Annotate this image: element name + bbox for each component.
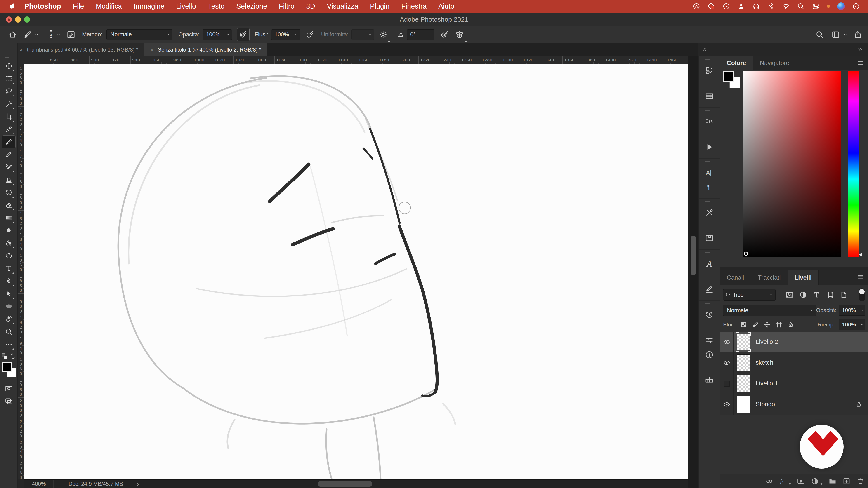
smoothing-input[interactable] xyxy=(351,29,374,40)
tool-gradient[interactable] xyxy=(2,212,16,224)
dock-drag-handle[interactable] xyxy=(705,369,714,369)
lock-position-icon[interactable] xyxy=(764,321,771,328)
layer-blend-mode-select[interactable]: Normale xyxy=(723,304,816,316)
share-icon[interactable] xyxy=(854,30,862,39)
horizontal-ruler[interactable]: 860 880 900 920 940 960 980 1000 1020 10… xyxy=(24,57,688,64)
dock-drag-handle[interactable] xyxy=(705,227,714,227)
workspace-switcher-icon[interactable] xyxy=(831,30,840,39)
delete-layer-button[interactable] xyxy=(857,477,865,485)
panel-icon-glyphs[interactable]: A xyxy=(703,256,716,271)
new-layer-button[interactable] xyxy=(842,477,850,485)
kind-shape-filter-icon[interactable] xyxy=(826,291,834,299)
new-group-button[interactable] xyxy=(829,477,837,485)
layer-row-sketch[interactable]: sketch xyxy=(720,352,868,373)
tool-eraser[interactable] xyxy=(2,199,16,212)
panel-icon-swatches[interactable] xyxy=(703,89,716,103)
dock-drag-handle[interactable] xyxy=(705,201,714,202)
dock-drag-handle[interactable] xyxy=(705,161,714,162)
layer-row-sfondo[interactable]: Sfondo xyxy=(720,394,868,415)
tool-blur[interactable] xyxy=(2,224,16,237)
tool-move[interactable] xyxy=(2,60,16,72)
tab-colore[interactable]: Colore xyxy=(720,57,753,70)
layer-visibility-eye-icon[interactable] xyxy=(723,359,730,366)
panel-icon-paragraph[interactable]: ¶ xyxy=(703,180,716,194)
zoom-level-field[interactable]: 400% xyxy=(24,481,53,487)
layer-effects-button[interactable]: fx xyxy=(779,477,787,485)
airbrush-button[interactable] xyxy=(305,30,314,39)
chevron-down-icon[interactable] xyxy=(34,32,39,37)
document-tab-active[interactable]: × Senza titolo-1 @ 400% (Livello 2, RGB/… xyxy=(145,43,268,57)
dock-drag-handle[interactable] xyxy=(705,136,714,136)
tool-crop[interactable] xyxy=(2,110,16,123)
layer-row-livello-1[interactable]: Livello 1 xyxy=(720,373,868,394)
panel-icon-info[interactable] xyxy=(703,348,716,362)
menu-finestra[interactable]: Finestra xyxy=(395,2,432,10)
lock-all-icon[interactable] xyxy=(787,321,794,328)
color-field-indicator[interactable] xyxy=(744,252,748,256)
tab-navigatore[interactable]: Navigatore xyxy=(753,57,797,70)
menu-filtro[interactable]: Filtro xyxy=(273,2,301,10)
apple-menu-icon[interactable] xyxy=(8,2,16,11)
document-tab[interactable]: × thumbnails.psd @ 66,7% (Livello 13, RG… xyxy=(13,43,145,57)
play-circle-icon[interactable] xyxy=(722,2,730,10)
menu-aiuto[interactable]: Aiuto xyxy=(432,2,460,10)
lock-artboard-icon[interactable] xyxy=(776,321,782,328)
panel-icon-timeline[interactable] xyxy=(703,373,716,387)
tab-livelli[interactable]: Livelli xyxy=(788,270,819,285)
layer-name[interactable]: Sfondo xyxy=(756,401,775,408)
layer-row-livello-2[interactable]: Livello 2 xyxy=(720,332,868,352)
tool-pen[interactable] xyxy=(2,275,16,287)
link-layers-button[interactable] xyxy=(765,477,773,485)
toggle-brush-settings-icon[interactable] xyxy=(66,30,75,39)
blend-mode-select[interactable]: Normale xyxy=(106,29,173,40)
menu-plugin[interactable]: Plugin xyxy=(364,2,395,10)
tool-lasso[interactable] xyxy=(2,85,16,98)
wifi-icon[interactable] xyxy=(782,2,790,10)
panel-icon-brushes[interactable] xyxy=(703,282,716,296)
saturation-brightness-field[interactable] xyxy=(743,71,841,257)
layer-visibility-eye-icon[interactable] xyxy=(723,338,730,346)
layer-visibility-eye-icon[interactable] xyxy=(723,401,730,408)
dock-drag-handle[interactable] xyxy=(705,329,714,329)
chevron-down-icon[interactable] xyxy=(56,32,61,37)
foreground-color-swatch[interactable] xyxy=(2,362,11,372)
opacity-input[interactable]: 100% xyxy=(203,29,232,40)
menu-modifica[interactable]: Modifica xyxy=(90,2,128,10)
new-adjustment-layer-button[interactable] xyxy=(811,477,819,485)
brush-tool-preset-icon[interactable] xyxy=(23,30,32,39)
tool-rectangular-marquee[interactable] xyxy=(2,72,16,85)
panel-icon-properties[interactable] xyxy=(703,333,716,348)
panel-icon-libraries[interactable] xyxy=(703,231,716,246)
panel-drag-handle[interactable] xyxy=(5,57,12,58)
menu-livello[interactable]: Livello xyxy=(170,2,202,10)
layer-name[interactable]: sketch xyxy=(756,359,773,366)
screen-mode-button[interactable] xyxy=(2,395,16,408)
vertical-ruler[interactable]: 1680 1700 1720 1740 1760 1780 1800 1820 … xyxy=(18,64,24,480)
search-icon[interactable] xyxy=(815,31,824,39)
tool-type[interactable] xyxy=(2,262,16,275)
panel-icon-history[interactable] xyxy=(703,307,716,322)
panel-menu-icon[interactable] xyxy=(857,60,864,66)
dock-drag-handle[interactable] xyxy=(705,278,714,278)
dock-drag-handle[interactable] xyxy=(705,110,714,111)
orange-dot-icon[interactable] xyxy=(827,5,830,8)
brush-size-preview[interactable]: 8 xyxy=(46,30,56,39)
tool-history-brush[interactable] xyxy=(2,186,16,199)
tool-clone-stamp[interactable] xyxy=(2,173,16,186)
tool-rotate-view[interactable] xyxy=(2,313,16,325)
document-canvas[interactable] xyxy=(24,64,688,480)
kind-image-filter-icon[interactable] xyxy=(785,291,794,299)
tool-zoom[interactable] xyxy=(2,325,16,338)
menu-testo[interactable]: Testo xyxy=(202,2,230,10)
dock-drag-handle[interactable] xyxy=(705,252,714,253)
panel-color-swatches[interactable] xyxy=(723,71,744,92)
dock-drag-handle[interactable] xyxy=(705,59,714,60)
default-colors-icon[interactable] xyxy=(2,353,7,359)
clock-icon[interactable] xyxy=(852,2,860,10)
brush-angle-input[interactable]: 0° xyxy=(407,29,434,40)
tool-object-selection[interactable] xyxy=(2,98,16,110)
layer-thumbnail[interactable] xyxy=(737,375,750,392)
ruler-origin-corner[interactable] xyxy=(18,57,24,64)
tool-more-tools[interactable] xyxy=(2,338,16,351)
symmetry-butterfly-icon[interactable] xyxy=(455,30,464,39)
